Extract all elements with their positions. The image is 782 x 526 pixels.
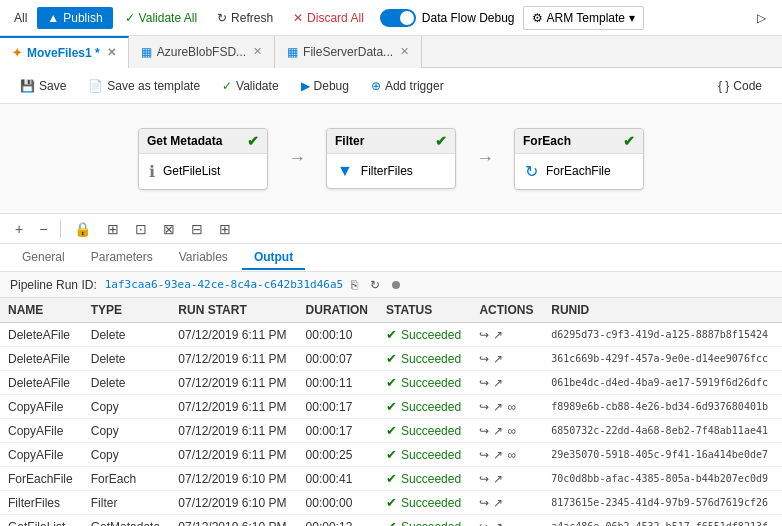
cell-actions[interactable]: ↪↗∞ — [471, 395, 543, 419]
status-check-icon: ✔ — [386, 447, 397, 462]
node-getmetadata-body: ℹ GetFileList — [139, 154, 267, 189]
table-row: CopyAFile Copy 07/12/2019 6:11 PM 00:00:… — [0, 419, 782, 443]
cell-actions[interactable]: ↪↗ — [471, 467, 543, 491]
cell-duration: 00:00:07 — [298, 347, 378, 371]
action-input-icon[interactable]: ↪ — [479, 328, 489, 342]
cell-runid: 361c669b-429f-457a-9e0e-d14ee9076fcc — [543, 347, 782, 371]
cell-type: ForEach — [83, 467, 171, 491]
action-output-icon[interactable]: ↗ — [493, 448, 503, 462]
save-button[interactable]: 💾 Save — [10, 75, 76, 97]
pipeline-canvas[interactable]: Get Metadata ✔ ℹ GetFileList → Filter ✔ … — [0, 104, 782, 214]
action-output-icon[interactable]: ↗ — [493, 400, 503, 414]
validate-all-label: Validate All — [139, 11, 197, 25]
lock-tool[interactable]: 🔒 — [69, 218, 96, 240]
tab-output[interactable]: Output — [242, 246, 305, 270]
validate-all-icon: ✓ — [125, 11, 135, 25]
action-input-icon[interactable]: ↪ — [479, 496, 489, 510]
cell-actions[interactable]: ↪↗∞ — [471, 443, 543, 467]
action-extra-icon[interactable]: ∞ — [507, 424, 516, 438]
node-getmetadata[interactable]: Get Metadata ✔ ℹ GetFileList — [138, 128, 268, 190]
select-tool[interactable]: ⊠ — [158, 218, 180, 240]
debug-icon: ▶ — [301, 79, 310, 93]
action-input-icon[interactable]: ↪ — [479, 424, 489, 438]
add-tool[interactable]: + — [10, 218, 28, 240]
publish-button[interactable]: ▲ Publish — [37, 7, 112, 29]
cell-runid: 8173615e-2345-41d4-97b9-576d7619cf26 — [543, 491, 782, 515]
action-output-icon[interactable]: ↗ — [493, 352, 503, 366]
tab-variables[interactable]: Variables — [167, 246, 240, 270]
cell-actions[interactable]: ↪↗ — [471, 515, 543, 527]
bottom-panel: General Parameters Variables Output Pipe… — [0, 244, 782, 526]
validate-button[interactable]: ✓ Validate — [212, 75, 288, 97]
cell-actions[interactable]: ↪↗ — [471, 347, 543, 371]
node-filter-label: FilterFiles — [361, 164, 413, 178]
action-input-icon[interactable]: ↪ — [479, 448, 489, 462]
arm-chevron-icon: ▾ — [629, 11, 635, 25]
action-extra-icon[interactable]: ∞ — [507, 448, 516, 462]
action-input-icon[interactable]: ↪ — [479, 352, 489, 366]
action-output-icon[interactable]: ↗ — [493, 328, 503, 342]
arrange-tool[interactable]: ⊟ — [186, 218, 208, 240]
cell-name: GetFileList — [0, 515, 83, 527]
tab-azureblobfsd[interactable]: ▦ AzureBlobFSD... ✕ — [129, 36, 275, 68]
cell-actions[interactable]: ↪↗ — [471, 323, 543, 347]
cell-actions[interactable]: ↪↗ — [471, 371, 543, 395]
action-input-icon[interactable]: ↪ — [479, 472, 489, 486]
tab-azureblobfsd-close[interactable]: ✕ — [253, 45, 262, 58]
code-icon: { } — [718, 79, 729, 93]
tab-fileserverdata-icon: ▦ — [287, 45, 298, 59]
save-as-template-button[interactable]: 📄 Save as template — [78, 75, 210, 97]
tab-fileserverdata-close[interactable]: ✕ — [400, 45, 409, 58]
action-output-icon[interactable]: ↗ — [493, 520, 503, 527]
node-filter-header: Filter ✔ — [327, 129, 455, 154]
tab-bar: ✦ MoveFiles1 * ✕ ▦ AzureBlobFSD... ✕ ▦ F… — [0, 36, 782, 68]
action-output-icon[interactable]: ↗ — [493, 496, 503, 510]
add-trigger-button[interactable]: ⊕ Add trigger — [361, 75, 454, 97]
refresh-button[interactable]: ↻ Refresh — [209, 7, 281, 29]
run-id-label: Pipeline Run ID: — [10, 278, 97, 292]
action-bar: 💾 Save 📄 Save as template ✓ Validate ▶ D… — [0, 68, 782, 104]
cell-status: ✔Succeeded — [378, 323, 471, 347]
status-check-icon: ✔ — [386, 495, 397, 510]
arm-template-button[interactable]: ⚙ ARM Template ▾ — [523, 6, 644, 30]
action-output-icon[interactable]: ↗ — [493, 376, 503, 390]
action-output-icon[interactable]: ↗ — [493, 424, 503, 438]
debug-button[interactable]: ▶ Debug — [291, 75, 359, 97]
refresh-run-icon[interactable]: ↻ — [370, 278, 380, 292]
action-input-icon[interactable]: ↪ — [479, 520, 489, 527]
code-button[interactable]: { } Code — [708, 75, 772, 97]
output-table-wrap[interactable]: NAME TYPE RUN START DURATION STATUS ACTI… — [0, 298, 782, 526]
action-extra-icon[interactable]: ∞ — [507, 400, 516, 414]
cell-name: DeleteAFile — [0, 371, 83, 395]
refresh-icon: ↻ — [217, 11, 227, 25]
status-check-icon: ✔ — [386, 399, 397, 414]
node-foreach-title: ForEach — [523, 134, 571, 148]
data-flow-debug-toggle[interactable] — [380, 9, 416, 27]
node-filter[interactable]: Filter ✔ ▼ FilterFiles — [326, 128, 456, 189]
send-button[interactable]: ▷ — [749, 7, 774, 29]
cell-actions[interactable]: ↪↗ — [471, 491, 543, 515]
tab-movefiles[interactable]: ✦ MoveFiles1 * ✕ — [0, 36, 129, 68]
tab-azureblobfsd-icon: ▦ — [141, 45, 152, 59]
action-input-icon[interactable]: ↪ — [479, 400, 489, 414]
copy-icon[interactable]: ⎘ — [351, 278, 358, 292]
remove-tool[interactable]: − — [34, 218, 52, 240]
add-trigger-label: Add trigger — [385, 79, 444, 93]
action-output-icon[interactable]: ↗ — [493, 472, 503, 486]
tab-movefiles-close[interactable]: ✕ — [107, 46, 116, 59]
validate-all-button[interactable]: ✓ Validate All — [117, 7, 205, 29]
node-foreach[interactable]: ForEach ✔ ↻ ForEachFile — [514, 128, 644, 190]
cell-status: ✔Succeeded — [378, 515, 471, 527]
tab-general[interactable]: General — [10, 246, 77, 270]
cell-name: CopyAFile — [0, 395, 83, 419]
tab-fileserverdata[interactable]: ▦ FileServerData... ✕ — [275, 36, 422, 68]
grid-tool[interactable]: ⊞ — [214, 218, 236, 240]
table-row: GetFileList GetMetadata 07/12/2019 6:10 … — [0, 515, 782, 527]
table-row: DeleteAFile Delete 07/12/2019 6:11 PM 00… — [0, 371, 782, 395]
discard-all-button[interactable]: ✕ Discard All — [285, 7, 372, 29]
zoomfit-tool[interactable]: ⊡ — [130, 218, 152, 240]
action-input-icon[interactable]: ↪ — [479, 376, 489, 390]
fitscreen-tool[interactable]: ⊞ — [102, 218, 124, 240]
tab-parameters[interactable]: Parameters — [79, 246, 165, 270]
cell-actions[interactable]: ↪↗∞ — [471, 419, 543, 443]
